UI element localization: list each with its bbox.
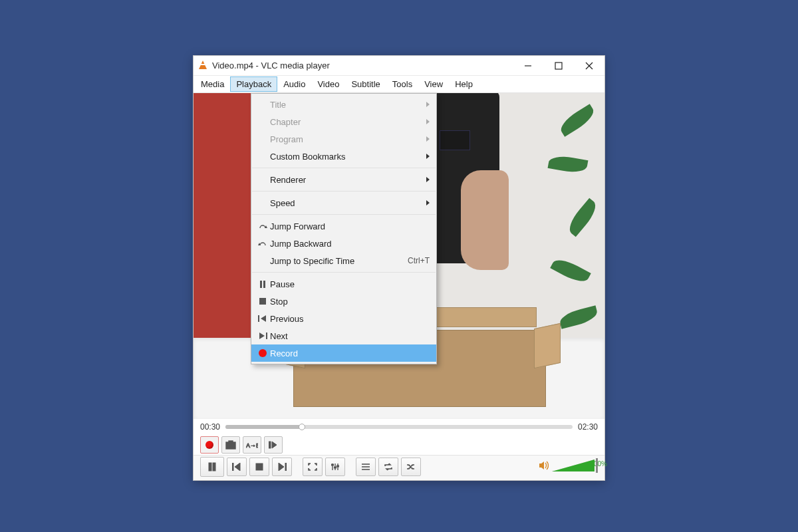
menu-next[interactable]: Next xyxy=(251,327,436,344)
menu-title[interactable]: Title xyxy=(251,96,436,113)
menu-shortcut: Ctrl+T xyxy=(408,256,430,265)
close-button[interactable] xyxy=(574,56,604,76)
menu-tools[interactable]: Tools xyxy=(386,76,418,92)
stop-button[interactable] xyxy=(249,458,269,476)
record-icon xyxy=(255,349,270,357)
window-title: Video.mp4 - VLC media player xyxy=(212,61,330,70)
shuffle-button[interactable] xyxy=(401,458,421,476)
speaker-icon[interactable] xyxy=(539,461,549,472)
svg-marker-31 xyxy=(259,332,265,339)
loop-button[interactable] xyxy=(378,458,398,476)
svg-marker-9 xyxy=(272,442,277,448)
volume-slider[interactable] xyxy=(552,458,595,473)
next-button[interactable] xyxy=(272,458,292,476)
svg-marker-13 xyxy=(235,463,240,471)
menu-video[interactable]: Video xyxy=(311,76,345,92)
svg-rect-8 xyxy=(269,442,271,448)
menu-separator xyxy=(252,191,436,192)
svg-rect-21 xyxy=(334,467,336,468)
menu-playback[interactable]: Playback xyxy=(230,76,277,92)
next-icon xyxy=(255,332,270,339)
time-total[interactable]: 02:30 xyxy=(578,422,598,432)
menu-jump-forward[interactable]: Jump Forward xyxy=(251,217,436,235)
advanced-controls: A→B xyxy=(194,435,604,455)
titlebar: Video.mp4 - VLC media player xyxy=(194,56,604,76)
time-row: 00:30 02:30 xyxy=(194,419,604,435)
vlc-cone-icon xyxy=(198,61,208,71)
menu-audio[interactable]: Audio xyxy=(277,76,311,92)
playback-dropdown: Title Chapter Program Custom Bookmarks R… xyxy=(251,93,437,364)
svg-marker-30 xyxy=(261,315,266,322)
volume-control: 100% xyxy=(539,460,598,473)
svg-marker-26 xyxy=(539,462,544,469)
svg-marker-15 xyxy=(279,463,284,471)
extended-settings-button[interactable] xyxy=(325,458,345,476)
playlist-button[interactable] xyxy=(356,458,376,476)
record-dot-icon xyxy=(205,441,213,449)
menu-program[interactable]: Program xyxy=(251,130,436,148)
menubar: Media Playback Audio Video Subtitle Tool… xyxy=(194,76,604,93)
stop-icon xyxy=(255,298,270,305)
previous-icon xyxy=(255,315,270,322)
adv-loop-ab-button[interactable]: A→B xyxy=(243,436,261,454)
pause-button[interactable] xyxy=(200,457,224,477)
svg-rect-20 xyxy=(332,464,334,466)
svg-rect-16 xyxy=(285,463,287,471)
menu-view[interactable]: View xyxy=(418,76,449,92)
volume-full-marker xyxy=(596,458,598,473)
minimize-button[interactable] xyxy=(513,56,543,76)
seek-slider[interactable] xyxy=(225,425,573,429)
menu-separator xyxy=(252,168,436,168)
adv-snapshot-button[interactable] xyxy=(221,436,240,454)
svg-rect-11 xyxy=(213,463,215,471)
jump-backward-icon xyxy=(255,239,270,247)
svg-rect-22 xyxy=(337,466,339,467)
previous-button[interactable] xyxy=(227,458,247,476)
svg-rect-29 xyxy=(258,315,259,322)
menu-speed[interactable]: Speed xyxy=(251,194,436,211)
menu-jump-to-time[interactable]: Jump to Specific Time Ctrl+T xyxy=(251,252,436,269)
menu-renderer[interactable]: Renderer xyxy=(251,171,436,188)
menu-separator xyxy=(252,214,436,215)
menu-jump-backward[interactable]: Jump Backward xyxy=(251,235,436,252)
svg-rect-32 xyxy=(266,332,267,339)
svg-text:A→B: A→B xyxy=(246,442,258,449)
jump-forward-icon xyxy=(255,222,270,230)
menu-stop[interactable]: Stop xyxy=(251,293,436,310)
menu-record[interactable]: Record xyxy=(251,344,436,362)
fullscreen-button[interactable] xyxy=(303,458,323,476)
menu-previous[interactable]: Previous xyxy=(251,310,436,327)
adv-frame-step-button[interactable] xyxy=(264,436,283,454)
menu-chapter[interactable]: Chapter xyxy=(251,113,436,130)
menu-subtitle[interactable]: Subtitle xyxy=(345,76,386,92)
maximize-button[interactable] xyxy=(543,56,574,76)
svg-rect-5 xyxy=(229,441,233,443)
menu-separator xyxy=(252,272,436,273)
svg-point-6 xyxy=(229,444,233,448)
svg-rect-14 xyxy=(256,464,263,470)
time-elapsed[interactable]: 00:30 xyxy=(200,422,220,432)
menu-media[interactable]: Media xyxy=(195,76,230,92)
menu-custom-bookmarks[interactable]: Custom Bookmarks xyxy=(251,148,436,165)
pause-icon xyxy=(255,281,270,288)
adv-record-button[interactable] xyxy=(200,436,219,454)
svg-rect-10 xyxy=(209,463,211,471)
menu-help[interactable]: Help xyxy=(449,76,479,92)
svg-rect-1 xyxy=(555,63,562,69)
control-bar: 100% xyxy=(194,455,604,480)
svg-rect-12 xyxy=(232,463,233,471)
menu-pause[interactable]: Pause xyxy=(251,275,436,293)
